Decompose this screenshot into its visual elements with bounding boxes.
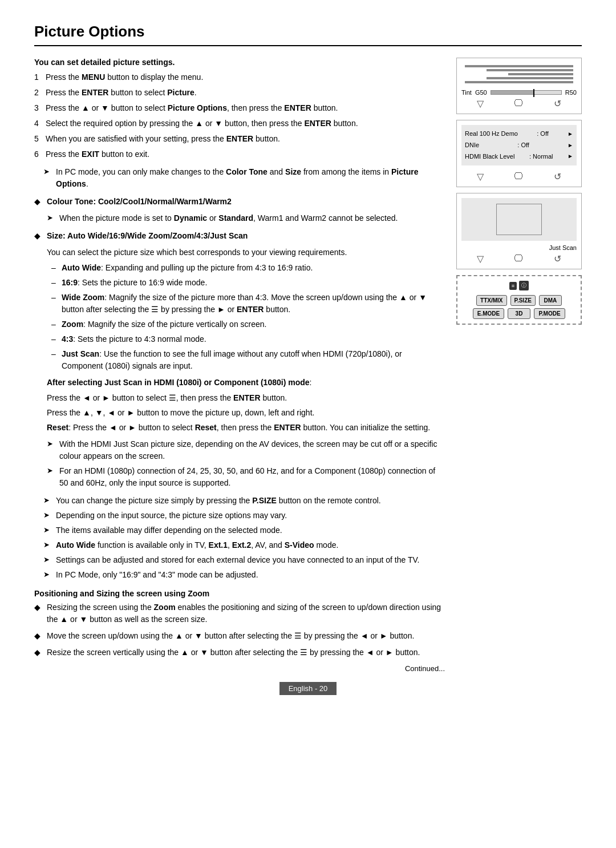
arrow-icon: ➤	[43, 510, 52, 522]
arrow-icon: ➤	[43, 554, 52, 566]
numbered-steps: 1 Press the MENU button to display the m…	[34, 71, 445, 160]
menu-arrow-icon: ►	[568, 151, 573, 161]
dash-icon: –	[51, 292, 58, 316]
tint-r-value: R50	[565, 89, 577, 96]
just-scan-panel: Just Scan ▽ 🖵 ↺	[456, 193, 582, 269]
positioning-section: Positioning and Sizing the screen using …	[34, 589, 445, 659]
size-heading: ◆ Size: Auto Wide/16:9/Wide Zoom/Zoom/4:…	[34, 230, 445, 242]
note-psize: ➤ You can change the picture size simply…	[34, 495, 445, 507]
tint-indicator	[533, 89, 534, 97]
menu-panel: Real 100 Hz Demo : Off ► DNIe : Off ► HD…	[456, 120, 582, 187]
menu-row-real100hz: Real 100 Hz Demo : Off ►	[465, 128, 573, 140]
step-num: 6	[34, 148, 42, 160]
remote-info-icon: ⓘ	[519, 281, 529, 290]
size-just-scan: – Just Scan: Use the function to see the…	[34, 348, 445, 372]
bar-line	[508, 73, 573, 75]
arrow-icon: ➤	[43, 524, 52, 536]
tint-panel: Tint G50 R50 ▽ 🖵 ↺	[456, 58, 582, 114]
remote-btn-emode[interactable]: E.MODE	[473, 308, 504, 319]
arrow-icon: ➤	[47, 212, 56, 224]
reset-icon: ↺	[554, 253, 561, 264]
size-note-1: ➤ With the HDMI Just Scan picture size, …	[34, 438, 445, 462]
remote-row-1: TTX/MIX P.SIZE DMA	[462, 295, 576, 306]
pc-note: ➤ In PC mode, you can only make changes …	[34, 166, 445, 190]
arrow-icon: ➤	[43, 539, 52, 551]
menu-label: Real 100 Hz Demo	[465, 128, 518, 140]
bar-line	[487, 69, 573, 71]
left-column: You can set detailed picture settings. 1…	[34, 58, 445, 673]
arrow-icon: ➤	[43, 569, 52, 581]
step-3: 3 Press the ▲ or ▼ button to select Pict…	[34, 102, 445, 114]
menu-value: : Off	[537, 128, 549, 140]
page-title: Picture Options	[34, 23, 582, 46]
just-scan-inner	[461, 198, 577, 241]
colour-tone-note: ➤ When the picture mode is set to Dynami…	[34, 212, 445, 224]
menu-row-dnie: DNIe : Off ►	[465, 140, 573, 151]
note-items-available: ➤ The items available may differ dependi…	[34, 524, 445, 536]
step-4: 4 Select the required option by pressing…	[34, 118, 445, 130]
size-wide-zoom: – Wide Zoom: Magnify the size of the pic…	[34, 292, 445, 316]
footer-label: English - 20	[279, 682, 337, 695]
dash-icon: –	[51, 262, 58, 274]
menu-inner: Real 100 Hz Demo : Off ► DNIe : Off ► HD…	[461, 125, 577, 165]
arrow-icon: ➤	[47, 438, 56, 462]
step-num: 3	[34, 102, 42, 114]
step-1: 1 Press the MENU button to display the m…	[34, 71, 445, 83]
tint-label: Tint	[461, 89, 472, 96]
tint-row: Tint G50 R50	[461, 89, 577, 96]
size-auto-wide: – Auto Wide: Expanding and pulling up th…	[34, 262, 445, 274]
step-num: 5	[34, 133, 42, 145]
diamond-icon: ◆	[34, 601, 42, 625]
panel-icons-2: ▽ 🖵 ↺	[461, 169, 577, 182]
menu-arrow-icon: ►	[568, 140, 573, 151]
remote-guide-icon: ≡	[509, 282, 517, 290]
down-icon: ▽	[477, 171, 484, 182]
remote-row-2: E.MODE 3D P.MODE	[462, 308, 576, 319]
reset-icon: ↺	[554, 98, 561, 109]
remote-top-icons: ≡ ⓘ	[462, 281, 576, 290]
diamond-icon: ◆	[34, 196, 42, 208]
just-scan-p1: Press the ◄ or ► button to select ☰, the…	[34, 392, 445, 404]
arrow-icon: ➤	[43, 495, 52, 507]
footer: English - 20	[34, 676, 582, 695]
down-icon: ▽	[477, 98, 484, 109]
size-section: ◆ Size: Auto Wide/16:9/Wide Zoom/Zoom/4:…	[34, 230, 445, 489]
positioning-bullet-2: ◆ Move the screen up/down using the ▲ or…	[34, 630, 445, 642]
note-input-source: ➤ Depending on the input source, the pic…	[34, 510, 445, 522]
display-icon: 🖵	[514, 98, 523, 109]
bottom-notes: ➤ You can change the picture size simply…	[34, 495, 445, 581]
right-column: Tint G50 R50 ▽ 🖵 ↺ Real 100 Hz Demo : Of…	[456, 58, 582, 673]
positioning-heading: Positioning and Sizing the screen using …	[34, 589, 445, 598]
just-scan-p2: Press the ▲, ▼, ◄ or ► button to move th…	[34, 407, 445, 419]
size-intro: You can select the picture size which be…	[34, 247, 445, 259]
diamond-icon: ◆	[34, 647, 42, 659]
menu-arrow-icon: ►	[568, 129, 573, 139]
bar-lines	[461, 63, 577, 86]
menu-label: HDMI Black Level	[465, 151, 514, 163]
bar-line	[487, 77, 573, 79]
menu-value: : Off	[517, 140, 529, 151]
remote-btn-pmode[interactable]: P.MODE	[534, 308, 565, 319]
menu-label: DNIe	[465, 140, 479, 151]
remote-btn-3d[interactable]: 3D	[508, 308, 530, 319]
diamond-icon: ◆	[34, 230, 42, 242]
remote-panel: ≡ ⓘ TTX/MIX P.SIZE DMA E.MODE 3D P.MODE	[456, 275, 582, 325]
arrow-icon: ➤	[47, 465, 56, 489]
positioning-bullet-1: ◆ Resizing the screen using the Zoom ena…	[34, 601, 445, 625]
note-pc-mode: ➤ In PC Mode, only "16:9" and "4:3" mode…	[34, 569, 445, 581]
remote-btn-dma[interactable]: DMA	[539, 295, 562, 306]
dash-icon: –	[51, 333, 58, 345]
step-num: 1	[34, 71, 42, 83]
continued-text: Continued...	[34, 664, 445, 673]
remote-btn-ttxmix[interactable]: TTX/MIX	[476, 295, 506, 306]
step-5: 5 When you are satisfied with your setti…	[34, 133, 445, 145]
step-6: 6 Press the EXIT button to exit.	[34, 148, 445, 160]
note-auto-wide: ➤ Auto Wide function is available only i…	[34, 539, 445, 551]
bar-line	[465, 81, 573, 83]
step-2: 2 Press the ENTER button to select Pictu…	[34, 87, 445, 99]
intro-heading: You can set detailed picture settings.	[34, 58, 445, 67]
remote-btn-psize[interactable]: P.SIZE	[510, 295, 536, 306]
menu-row-hdmi: HDMI Black Level : Normal ►	[465, 151, 573, 163]
arrow-icon: ➤	[43, 166, 52, 190]
menu-value: : Normal	[529, 151, 553, 163]
